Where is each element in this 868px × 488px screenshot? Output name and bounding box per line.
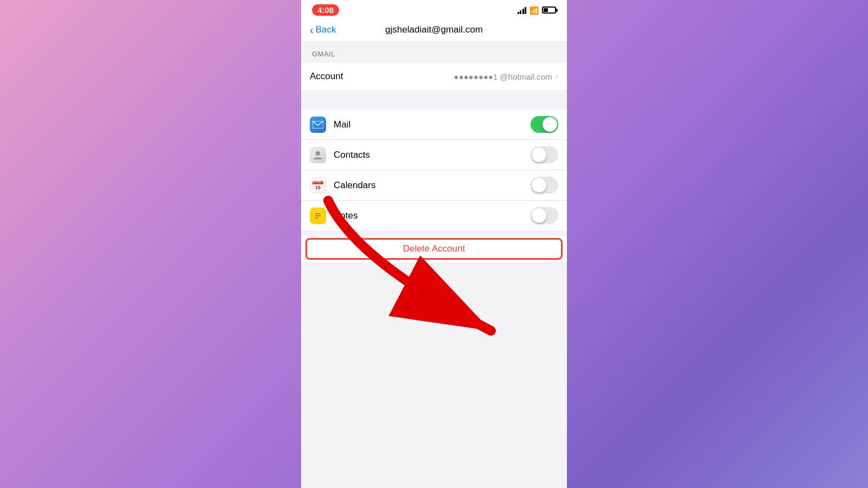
battery-icon: [542, 7, 556, 14]
gmail-label: GMAIL: [312, 50, 335, 58]
mail-label: Mail: [334, 119, 531, 130]
delete-account-section: Delete Account: [301, 236, 567, 262]
calendars-toggle[interactable]: [531, 177, 558, 194]
calendars-label: Calendars: [334, 180, 531, 191]
mail-toggle[interactable]: [531, 116, 558, 133]
phone-screen: 4:08 📶 ‹ Back gjsheladiait@gmail.com GMA…: [301, 0, 567, 488]
nav-title: gjsheladiait@gmail.com: [385, 24, 483, 35]
contacts-toggle-knob: [532, 147, 546, 162]
delete-account-button[interactable]: Delete Account: [301, 236, 567, 262]
wifi-icon: 📶: [529, 6, 539, 15]
bottom-area: [301, 262, 567, 370]
contacts-app-icon: [310, 147, 326, 163]
account-label: Account: [310, 71, 454, 82]
back-chevron-icon: ‹: [310, 24, 314, 36]
status-icons: 📶: [518, 6, 557, 15]
svg-text:15: 15: [315, 185, 321, 190]
back-label: Back: [316, 24, 336, 35]
svg-rect-5: [312, 183, 323, 184]
back-button[interactable]: ‹ Back: [310, 24, 336, 36]
notes-toggle-knob: [532, 208, 546, 223]
mail-app-icon: [310, 117, 326, 133]
calendars-app-icon: 15: [310, 177, 326, 194]
signal-icon: [518, 7, 527, 14]
notes-toggle[interactable]: [531, 207, 558, 224]
gmail-section-header: GMAIL: [301, 42, 567, 63]
nav-bar: ‹ Back gjsheladiait@gmail.com: [301, 18, 567, 42]
contacts-toggle[interactable]: [531, 146, 558, 163]
sync-section: Mail Contacts: [301, 110, 567, 230]
status-time: 4:08: [312, 4, 339, 16]
mail-toggle-knob: [542, 117, 557, 132]
mail-row: Mail: [301, 110, 567, 140]
notes-row: Notes: [301, 201, 567, 230]
contacts-label: Contacts: [334, 150, 531, 160]
svg-point-2: [316, 151, 320, 156]
calendars-row: 15 Calendars: [301, 170, 567, 201]
account-section: Account ●●●●●●●●1 @hotmail.com ›: [301, 63, 567, 90]
separator-1: [301, 90, 567, 110]
separator-2: [301, 230, 567, 236]
notes-label: Notes: [334, 210, 531, 221]
contacts-row: Contacts: [301, 140, 567, 170]
status-bar: 4:08 📶: [301, 0, 567, 18]
account-value: ●●●●●●●●1 @hotmail.com: [454, 72, 552, 81]
calendars-toggle-knob: [532, 178, 546, 192]
account-chevron-icon: ›: [556, 72, 558, 81]
notes-app-icon: [310, 208, 326, 224]
account-row[interactable]: Account ●●●●●●●●1 @hotmail.com ›: [301, 63, 567, 90]
